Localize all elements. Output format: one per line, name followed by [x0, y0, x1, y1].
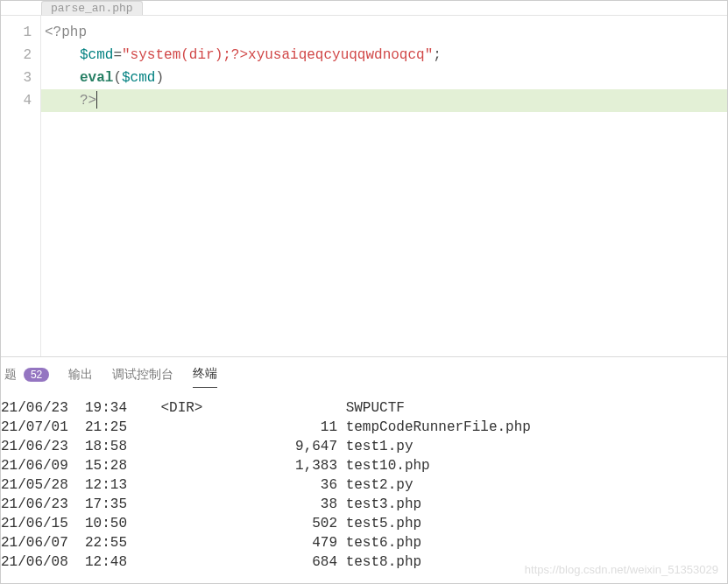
php-open-tag: <?php	[45, 25, 87, 40]
panel-tab-bar: 题 52 输出 调试控制台 终端	[1, 357, 728, 393]
file-tab[interactable]: parse_an.php	[41, 1, 143, 15]
terminal-output[interactable]: 21/06/23 19:34 <DIR> SWPUCTF 21/07/01 21…	[1, 393, 728, 572]
assign-token: =	[113, 47, 122, 63]
bottom-panel: 题 52 输出 调试控制台 终端 21/06/23 19:34 <DIR> SW…	[1, 356, 728, 572]
code-editor[interactable]: 1 2 3 4 <?php $cmd="system(dir);?>xyusai…	[1, 15, 728, 356]
code-line[interactable]: <?php	[41, 21, 728, 44]
variable-token: $cmd	[80, 47, 113, 63]
problems-count-badge: 52	[24, 368, 49, 382]
active-line-highlight	[41, 89, 728, 112]
line-number: 3	[1, 67, 32, 89]
string-token: "system(dir);?>xyusaiqeqcyuqqwdnoqcq"	[122, 47, 433, 63]
tab-terminal[interactable]: 终端	[193, 366, 217, 388]
tab-debug-console[interactable]: 调试控制台	[112, 367, 173, 388]
php-close-tag: ?>	[80, 93, 96, 109]
code-line[interactable]: eval($cmd)	[41, 67, 728, 89]
code-area[interactable]: <?php $cmd="system(dir);?>xyusaiqeqcyuqq…	[41, 16, 728, 356]
tab-problems-label: 题	[4, 367, 17, 381]
line-number: 2	[1, 44, 32, 67]
tab-output[interactable]: 输出	[68, 367, 93, 388]
variable-token: $cmd	[122, 70, 155, 86]
line-number-gutter: 1 2 3 4	[1, 16, 41, 356]
code-line[interactable]: $cmd="system(dir);?>xyusaiqeqcyuqqwdnoqc…	[41, 44, 728, 67]
paren-close-token: )	[155, 70, 164, 86]
paren-open-token: (	[113, 70, 122, 86]
text-caret	[96, 91, 97, 109]
function-token: eval	[80, 70, 113, 86]
tab-problems[interactable]: 题 52	[4, 367, 49, 388]
semicolon-token: ;	[433, 47, 442, 63]
line-number: 4	[1, 89, 32, 112]
editor-tab-bar: parse_an.php	[1, 1, 728, 15]
line-number: 1	[1, 21, 32, 44]
